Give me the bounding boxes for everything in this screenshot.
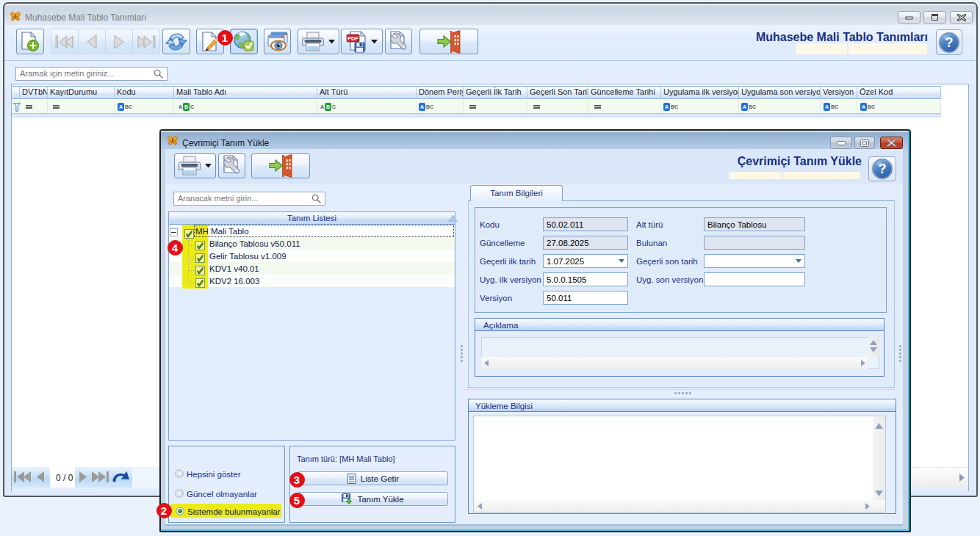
svg-text:?: ? bbox=[879, 162, 887, 176]
svg-text:PDF: PDF bbox=[347, 35, 359, 41]
svg-text:?: ? bbox=[945, 35, 954, 50]
